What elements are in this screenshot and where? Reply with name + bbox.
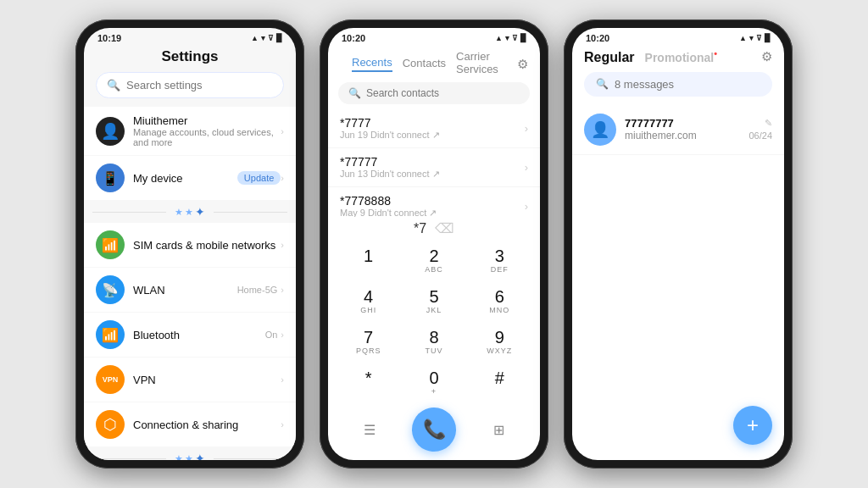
tab-carrier[interactable]: Carrier Services [456, 50, 505, 77]
tab-contacts[interactable]: Contacts [403, 57, 446, 71]
settings-icon-mydevice: 📱 [96, 164, 125, 192]
dial-key-7[interactable]: 7PQRS [337, 323, 400, 362]
gear-icon[interactable]: ⚙ [517, 57, 528, 72]
divider-1: ★★✦ [84, 201, 296, 223]
recent-item-3[interactable]: *7778888 May 9 Didn't connect ↗ › [328, 187, 540, 217]
recent-calls-list: *7777 Jun 19 Didn't connect ↗ › *77777 J… [328, 109, 540, 217]
dialer-tabs: Recents Contacts Carrier Services [340, 47, 517, 82]
status-bar-2: 10:20 ▲ ▾ ⊽ ▉ [328, 28, 540, 45]
backspace-icon[interactable]: ⌫ [435, 220, 454, 236]
wlan-value: Home-5G [237, 285, 278, 295]
info-icon-2[interactable]: › [525, 161, 528, 174]
message-item-1[interactable]: 👤 77777777 miuithemer.com ✎ 06/24 [572, 105, 784, 155]
info-icon-3[interactable]: › [525, 200, 528, 213]
time-2: 10:20 [342, 33, 365, 43]
dial-key-6[interactable]: 6MNO [468, 282, 531, 321]
dial-key-8[interactable]: 8TUV [402, 323, 465, 362]
wifi-icon-2: ⊽ [268, 34, 274, 42]
tab-recents[interactable]: Recents [352, 56, 392, 72]
wifi-icon-4: ⊽ [512, 34, 518, 42]
chevron-icon-5: › [281, 330, 284, 340]
search-icon: 🔍 [107, 79, 120, 92]
compose-button[interactable]: + [733, 406, 772, 445]
info-icon-1[interactable]: › [525, 122, 528, 135]
recent-item-2[interactable]: *77777 Jun 13 Didn't connect ↗ › [328, 148, 540, 187]
tab-regular[interactable]: Regular [584, 50, 635, 65]
msg-preview-1: miuithemer.com [625, 130, 740, 141]
dial-key-1[interactable]: 1 [337, 241, 400, 280]
contacts-action-btn[interactable]: ☰ [353, 413, 386, 446]
settings-item-connection[interactable]: ⬡ Connection & sharing › [84, 402, 296, 446]
contacts-search-input[interactable] [366, 87, 520, 99]
phones-container: 10:19 ▲ ▾ ⊽ ▉ Settings 🔍 👤 [0, 0, 868, 488]
dialpad-input-display: *7 ⌫ [337, 220, 531, 236]
time-3: 10:20 [586, 33, 609, 43]
dial-key-2[interactable]: 2ABC [402, 241, 465, 280]
dial-key-3[interactable]: 3DEF [468, 241, 531, 280]
sim-label: SIM cards & mobile networks [133, 239, 281, 252]
phone-settings: 10:19 ▲ ▾ ⊽ ▉ Settings 🔍 👤 [75, 19, 304, 469]
settings-item-wlan[interactable]: 📡 WLAN Home-5G › [84, 268, 296, 312]
promo-dot: • [714, 48, 717, 58]
status-icons-3: ▲ ▾ ⊽ ▉ [739, 34, 771, 42]
settings-item-miuithemer[interactable]: 👤 Miuithemer Manage accounts, cloud serv… [84, 107, 296, 155]
dial-key-0[interactable]: 0+ [402, 363, 465, 402]
call-button[interactable]: 📞 [412, 408, 456, 452]
settings-item-sim[interactable]: 📶 SIM cards & mobile networks › [84, 223, 296, 267]
dialpad-input-value: *7 [414, 221, 426, 236]
status-bar-1: 10:19 ▲ ▾ ⊽ ▉ [84, 28, 296, 45]
status-icons-1: ▲ ▾ ⊽ ▉ [251, 34, 282, 42]
wifi-icon-1: ▾ [261, 34, 265, 42]
settings-icon-sim: 📶 [96, 230, 125, 259]
chevron-icon-6: › [281, 374, 284, 385]
settings-item-mydevice[interactable]: 📱 My device Update › [84, 156, 296, 200]
settings-item-bluetooth[interactable]: 📶 Bluetooth On › [84, 313, 296, 357]
dialpad-actions: ☰ 📞 ⊞ [337, 402, 531, 455]
vpn-label: VPN [133, 374, 281, 386]
settings-item-vpn[interactable]: VPN VPN › [84, 358, 296, 402]
signal-icon-2: ▲ [495, 34, 503, 42]
dial-key-5[interactable]: 5JKL [402, 282, 465, 321]
settings-search-bar[interactable]: 🔍 [96, 72, 284, 98]
msg-sender-1: 77777777 [625, 117, 740, 130]
messages-search[interactable]: 🔍 [584, 72, 772, 97]
messages-screen: 10:20 ▲ ▾ ⊽ ▉ Regular Promotional• ⚙ 🔍 [572, 28, 784, 460]
chevron-icon-3: › [281, 240, 284, 250]
chevron-icon-7: › [281, 419, 284, 430]
battery-icon-1: ▉ [276, 34, 282, 42]
update-badge: Update [237, 171, 281, 185]
dial-key-9[interactable]: 9WXYZ [468, 323, 531, 362]
mydevice-label: My device [133, 172, 237, 185]
settings-icon-wlan: 📡 [96, 275, 125, 304]
divider-2: ★★✦ [84, 447, 296, 460]
wifi-icon-3: ▾ [505, 34, 509, 42]
settings-list: 👤 Miuithemer Manage accounts, cloud serv… [84, 107, 296, 460]
dialpad-grid: 1 2ABC 3DEF 4GHI 5JKL 6MNO 7PQRS 8TUV 9W… [337, 241, 531, 402]
settings-icon-miuithemer: 👤 [96, 117, 125, 146]
dialer-search[interactable]: 🔍 [338, 82, 530, 104]
messages-search-input[interactable] [615, 78, 760, 91]
settings-icon-vpn: VPN [96, 365, 125, 394]
search-input[interactable] [126, 79, 273, 92]
bluetooth-label: Bluetooth [133, 329, 265, 341]
status-icons-2: ▲ ▾ ⊽ ▉ [495, 34, 526, 42]
messages-gear-icon[interactable]: ⚙ [761, 49, 772, 64]
status-bar-3: 10:20 ▲ ▾ ⊽ ▉ [572, 28, 784, 45]
msg-avatar-1: 👤 [584, 114, 616, 146]
search-icon-messages: 🔍 [596, 78, 609, 90]
dialpad-action-btn[interactable]: ⊞ [482, 413, 515, 446]
miuithemer-label: Miuithemer [133, 114, 281, 127]
recent-item-1[interactable]: *7777 Jun 19 Didn't connect ↗ › [328, 109, 540, 148]
time-1: 10:19 [97, 33, 121, 43]
msg-date-1: 06/24 [748, 130, 772, 141]
battery-icon-2: ▉ [520, 34, 526, 42]
settings-title: Settings [84, 45, 296, 72]
dial-key-4[interactable]: 4GHI [337, 282, 400, 321]
phone-dialer: 10:20 ▲ ▾ ⊽ ▉ Recents Contacts Carrier S… [320, 19, 548, 469]
chevron-icon-2: › [281, 173, 284, 183]
signal-icon-3: ▲ [739, 34, 747, 42]
dial-key-hash[interactable]: # [468, 363, 531, 402]
dial-key-star[interactable]: * [337, 363, 400, 402]
phone-messages: 10:20 ▲ ▾ ⊽ ▉ Regular Promotional• ⚙ 🔍 [564, 19, 793, 469]
tab-promotional[interactable]: Promotional• [645, 48, 718, 64]
